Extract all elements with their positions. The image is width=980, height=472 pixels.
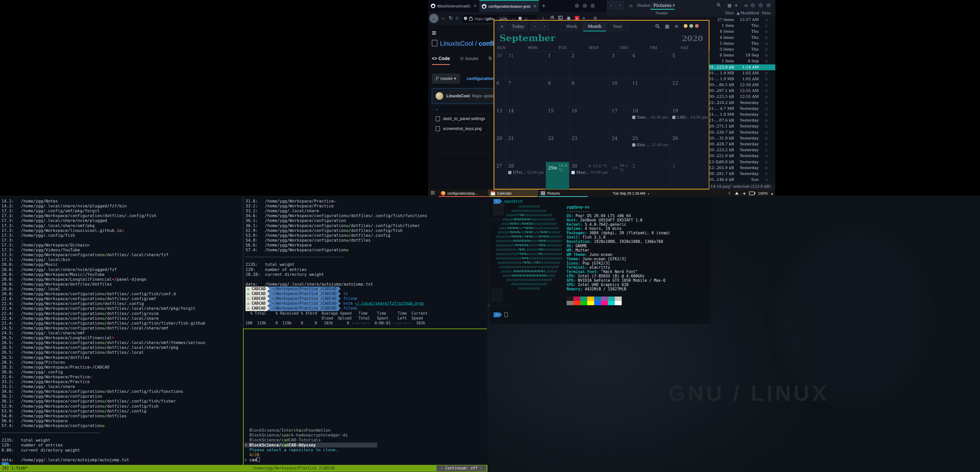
fzf-query-input[interactable]: > cad bbox=[245, 457, 487, 462]
tmux-pane-divider-active[interactable] bbox=[243, 329, 244, 465]
today-button[interactable]: Today bbox=[509, 22, 528, 31]
calendar-day-cell[interactable]: 12 bbox=[670, 79, 710, 107]
calendar-day-cell[interactable]: 4 bbox=[630, 51, 670, 79]
star-icon[interactable]: ☆ bbox=[762, 112, 770, 118]
star-icon[interactable]: ☆ bbox=[762, 106, 770, 112]
calendar-day-cell[interactable]: 15 bbox=[546, 107, 570, 134]
fzf-item[interactable]: BlockScience/InterchainFoundation bbox=[245, 428, 487, 433]
star-icon[interactable]: ☆ bbox=[762, 29, 770, 35]
taskbar-item-calendar[interactable]: Calendar bbox=[488, 190, 538, 197]
tray-expand-icon[interactable]: ▴ bbox=[771, 191, 773, 196]
calendar-day-cell[interactable]: 24 bbox=[610, 134, 630, 162]
fzf-item[interactable]: BlockScience/cadCAD-Tutorials bbox=[245, 437, 487, 442]
calendar-day-cell[interactable]: 8 bbox=[546, 79, 570, 107]
window-button-close[interactable] bbox=[695, 24, 699, 28]
files-back-button[interactable]: ‹ bbox=[607, 1, 615, 10]
calendar-day-cell[interactable]: 30 bbox=[494, 51, 506, 79]
prev-month-button[interactable]: ‹ bbox=[530, 22, 539, 31]
files-forward-button[interactable]: › bbox=[616, 1, 624, 10]
star-icon[interactable]: ☆ bbox=[762, 177, 770, 183]
calendar-event[interactable]: Kiss ... 11:00 am bbox=[630, 141, 670, 147]
calendar-day-cell[interactable]: 11 bbox=[630, 79, 670, 107]
app-launcher-grid-icon[interactable] bbox=[431, 191, 434, 196]
calendar-day-cell[interactable]: 17 bbox=[610, 107, 630, 134]
fzf-pane[interactable]: BlockScience/InterchainFoundation BlockS… bbox=[245, 330, 487, 464]
fzf-item[interactable]: > BlockScience/cadCAD-Odyssey bbox=[245, 443, 377, 448]
view-tab[interactable]: Week bbox=[560, 22, 583, 31]
taskbar-item-firefox[interactable]: configuration/pop... bbox=[438, 190, 488, 197]
browser-window-controls[interactable] bbox=[571, 3, 595, 9]
calendar-day-cell[interactable]: 6 bbox=[494, 79, 506, 107]
commit-message[interactable]: Major update. bbox=[472, 94, 497, 98]
calendar-day-cell[interactable]: 3 bbox=[610, 51, 630, 79]
calendar-day-cell[interactable]: 1 ≡16.2 °C bbox=[610, 162, 630, 189]
network-icon[interactable] bbox=[735, 192, 738, 195]
calendar-day-cell[interactable]: 23 bbox=[570, 134, 610, 162]
branch-selector-button[interactable]: master ▾ bbox=[432, 73, 460, 83]
calendar-event[interactable]: LAD... 03:00 pm bbox=[670, 113, 709, 120]
browser-tab-1[interactable]: BlockScience/cadCAD-Od ✕ bbox=[428, 0, 479, 12]
neofetch-terminal[interactable]: ~neofetch ///////////// ////////////////… bbox=[490, 197, 711, 324]
calendar-day-cell[interactable]: 28 UTri... 02:00 pm bbox=[506, 162, 546, 189]
calendar-day-cell[interactable]: 7 bbox=[506, 79, 546, 107]
fzf-item[interactable]: BlockScience/spark-hadoopcryptoledger-ds bbox=[245, 433, 487, 437]
search-icon[interactable] bbox=[714, 2, 724, 9]
column-header-modified[interactable]: Modified bbox=[738, 11, 759, 15]
menu-icon[interactable]: ≡ bbox=[675, 23, 679, 29]
volume-icon[interactable]: ◄ bbox=[742, 191, 746, 195]
column-header-name[interactable]: Name bbox=[655, 11, 668, 15]
star-icon[interactable]: ☆ bbox=[762, 64, 770, 70]
back-button[interactable]: ← bbox=[429, 14, 438, 23]
calendar-day-cell[interactable]: 13 bbox=[494, 107, 506, 134]
star-icon[interactable]: ☆ bbox=[762, 76, 770, 82]
view-tab[interactable]: Year bbox=[606, 22, 629, 31]
month-grid-icon[interactable]: ▦ bbox=[665, 23, 670, 29]
view-tab[interactable]: Month bbox=[583, 22, 606, 32]
tab-issues[interactable]: ⊙ Issues bbox=[460, 56, 478, 61]
tmux-pane-divider-active[interactable] bbox=[243, 328, 487, 329]
star-icon[interactable]: ☆ bbox=[762, 82, 770, 88]
calendar-day-cell[interactable]: 21 bbox=[506, 134, 546, 162]
night-light-icon[interactable]: ☾ bbox=[729, 191, 732, 196]
calendar-day-cell[interactable]: 1 bbox=[546, 51, 570, 79]
files-column-headers[interactable]: Name Size ▲ Modified Star bbox=[600, 11, 775, 17]
browser-tab-2-active[interactable]: configuration/popos-gnom ✕ bbox=[479, 0, 539, 12]
calendar-day-cell[interactable]: 2 bbox=[570, 51, 610, 79]
column-header-size[interactable]: Size bbox=[714, 11, 734, 15]
tmux-pane-divider[interactable] bbox=[243, 197, 243, 329]
github-breadcrumb[interactable]: configuration bbox=[466, 76, 494, 81]
window-button-minimize[interactable] bbox=[684, 24, 687, 28]
star-icon[interactable]: ☆ bbox=[762, 17, 770, 23]
chevron-down-icon[interactable]: ▾ bbox=[670, 2, 678, 9]
calendar-day-cell[interactable]: 20 bbox=[494, 134, 506, 162]
close-icon[interactable]: ✕ bbox=[533, 4, 536, 9]
calendar-day-cell[interactable]: 19 LAD... 03:00 pm bbox=[670, 107, 710, 134]
tracking-shield-icon[interactable] bbox=[464, 17, 467, 21]
files-window-controls[interactable] bbox=[747, 3, 771, 8]
calendar-day-cell[interactable]: 18 Sam... 02:30 pm bbox=[630, 107, 670, 134]
tmux-pane-left[interactable]: 14.1:/home/ygg/Notes14.3:/home/ygg/.loca… bbox=[2, 197, 242, 467]
calendar-day-cell[interactable]: 2 bbox=[630, 162, 670, 189]
star-icon[interactable]: ☆ bbox=[762, 136, 770, 141]
calendar-day-cell[interactable]: 25 Kiss ... 11:00 am bbox=[630, 134, 670, 162]
new-event-button[interactable]: + bbox=[497, 22, 507, 31]
star-icon[interactable]: ☆ bbox=[762, 23, 770, 29]
tmux-pane-top-right[interactable]: 31.6:/home/ygg/Workspace/Practice➳33.2:/… bbox=[245, 197, 487, 326]
tab-pull-requests[interactable]: ⇅ bbox=[488, 56, 492, 61]
taskbar-item-pictures[interactable]: Pictures bbox=[538, 190, 588, 197]
new-tab-button[interactable]: + bbox=[542, 3, 546, 9]
calendar-day-cell[interactable]: 9 bbox=[570, 79, 610, 107]
star-icon[interactable]: ☆ bbox=[762, 94, 770, 100]
calendar-day-cell[interactable]: 5 bbox=[670, 51, 710, 79]
reload-button[interactable]: ↻ bbox=[449, 15, 453, 21]
repo-owner-link[interactable]: LinuxIsCool bbox=[440, 40, 473, 47]
calendar-day-cell[interactable]: 10 bbox=[610, 79, 630, 107]
star-icon[interactable]: ☆ bbox=[762, 153, 770, 159]
view-options-chevron-icon[interactable]: ▾ bbox=[732, 2, 740, 9]
calendar-day-cell[interactable]: 31 bbox=[506, 51, 546, 79]
home-button[interactable]: ⌂ bbox=[456, 15, 458, 21]
star-icon[interactable]: ☆ bbox=[762, 53, 770, 58]
star-icon[interactable]: ☆ bbox=[762, 100, 770, 106]
star-icon[interactable]: ☆ bbox=[762, 171, 770, 177]
calendar-day-cell[interactable]: 16 bbox=[570, 107, 610, 134]
